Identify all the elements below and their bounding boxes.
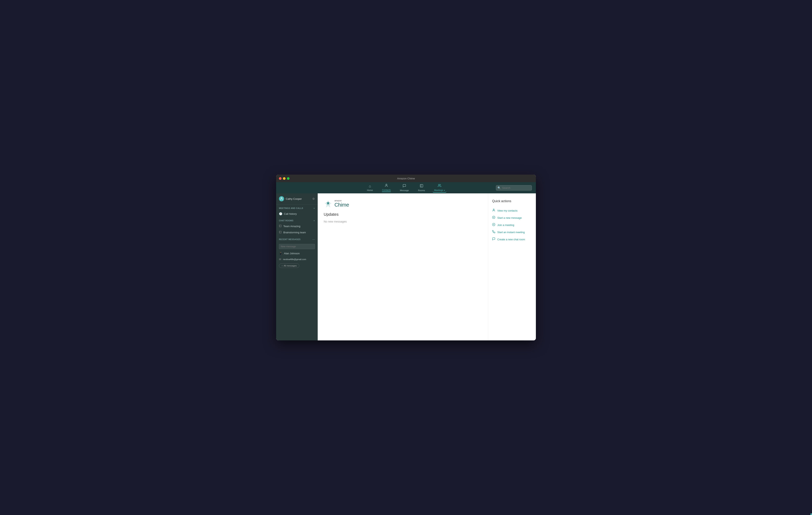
svg-point-0 (386, 184, 387, 185)
avatar (279, 196, 284, 201)
new-message-input[interactable] (279, 244, 315, 249)
nav-item-message[interactable]: Message (398, 183, 411, 192)
quick-action-start-instant[interactable]: Start an instant meeting (492, 229, 532, 236)
start-instant-icon (492, 230, 495, 234)
svg-point-3 (281, 198, 282, 199)
sidebar-item-alan-johnson[interactable]: 📱 Alan Johnson (276, 250, 318, 256)
recent-messages-icon[interactable]: ⋯ (312, 238, 315, 241)
join-meeting-label: Join a meeting (497, 223, 514, 226)
all-messages-button[interactable]: ○ All messages (279, 264, 299, 268)
close-button[interactable] (279, 177, 282, 180)
maximize-button[interactable] (287, 177, 290, 180)
chat-rooms-label: CHAT ROOMS (279, 219, 293, 222)
titlebar: Amazon Chime (276, 175, 536, 182)
call-history-label: Call history (284, 212, 297, 215)
message-icon (403, 184, 406, 189)
svg-rect-1 (420, 184, 423, 187)
brainstorming-icon (279, 231, 282, 234)
sidebar-item-nextiva[interactable]: ✉ nextiva4life@gmail.com (276, 256, 318, 262)
nextiva-label: nextiva4life@gmail.com (283, 258, 306, 261)
email-icon: ✉ (279, 258, 281, 261)
meetings-icon (438, 184, 441, 188)
sidebar: Cathy Cooper ⚙ MEETINGS AND CALLS + 🕐 Ca… (276, 193, 318, 340)
window-controls (279, 177, 290, 180)
nav-item-contacts[interactable]: Contacts (380, 183, 392, 193)
search-input[interactable] (496, 185, 532, 190)
chevron-down-icon: ▾ (443, 189, 445, 191)
create-chat-room-label: Create a new chat room (497, 238, 525, 241)
svg-rect-4 (279, 225, 282, 227)
recent-messages-section-header: RECENT MESSAGES ⋯ (276, 236, 318, 242)
quick-action-create-chat-room[interactable]: Create a new chat room (492, 236, 532, 243)
view-contacts-label: View my contacts (497, 209, 518, 212)
nav-item-meetings[interactable]: Meetings ▾ Join a meeting Start an insta… (433, 183, 446, 192)
quick-action-join-meeting[interactable]: Join a meeting (492, 221, 532, 229)
contacts-icon (385, 184, 388, 188)
all-messages-icon: ○ (282, 265, 283, 267)
chime-logo-icon (324, 200, 332, 208)
chime-text: Chime (335, 202, 349, 208)
nav-item-rooms[interactable]: Rooms (416, 183, 427, 192)
no-messages-text: No new messages (324, 220, 482, 223)
chat-rooms-section-header: CHAT ROOMS + (276, 217, 318, 223)
nav-rooms-label: Rooms (418, 189, 425, 191)
phone-icon: 📱 (279, 252, 282, 255)
amazon-text: amazon (335, 200, 349, 202)
meetings-calls-section-header: MEETINGS AND CALLS + (276, 204, 318, 211)
svg-rect-5 (279, 231, 282, 233)
brainstorming-team-label: Brainstorming team (283, 231, 306, 234)
sidebar-user: Cathy Cooper ⚙ (276, 193, 318, 204)
clock-icon: 🕐 (279, 212, 282, 215)
chat-rooms-add-icon[interactable]: + (313, 219, 315, 222)
team-amazing-icon (279, 224, 282, 228)
meetings-calls-label: MEETINGS AND CALLS (279, 207, 303, 209)
recent-messages-label: RECENT MESSAGES (279, 238, 300, 241)
chime-logo: amazon Chime (324, 200, 482, 208)
nav-home-label: Home (367, 189, 373, 191)
nav-item-home[interactable]: ⌂ Home (366, 183, 374, 192)
minimize-button[interactable] (283, 177, 286, 180)
settings-icon[interactable]: ⚙ (312, 197, 315, 200)
nav-contacts-label: Contacts (382, 189, 390, 192)
join-meeting-icon (492, 223, 495, 227)
start-message-label: Start a new message (497, 216, 522, 219)
main-content: amazon Chime Updates No new messages (318, 193, 488, 340)
home-icon: ⌂ (369, 184, 371, 188)
nav-meetings-label: Meetings ▾ (434, 189, 445, 191)
rooms-icon (420, 184, 424, 189)
svg-point-2 (439, 184, 440, 185)
start-message-icon (492, 216, 495, 220)
updates-title: Updates (324, 212, 482, 217)
chime-logo-text: amazon Chime (335, 200, 349, 208)
sidebar-item-call-history[interactable]: 🕐 Call history (276, 211, 318, 217)
meetings-calls-add-icon[interactable]: + (313, 207, 315, 210)
create-chat-icon (492, 237, 495, 241)
nav-search-area: 🔍 (496, 185, 532, 190)
window-title: Amazon Chime (397, 177, 415, 180)
all-messages-label: All messages (284, 265, 297, 267)
alan-johnson-label: Alan Johnson (284, 252, 300, 255)
quick-actions-panel: Quick actions View my contacts (488, 193, 536, 340)
app-window: Amazon Chime ⌂ Home Contacts (276, 175, 536, 340)
start-instant-label: Start an instant meeting (497, 231, 525, 234)
nav-message-label: Message (400, 189, 409, 191)
navbar: ⌂ Home Contacts Message (276, 182, 536, 193)
search-wrapper: 🔍 (496, 185, 532, 190)
main-layout: Cathy Cooper ⚙ MEETINGS AND CALLS + 🕐 Ca… (276, 193, 536, 340)
recent-messages-area: 📱 Alan Johnson ✉ nextiva4life@gmail.com … (276, 243, 318, 269)
user-name: Cathy Cooper (286, 198, 311, 200)
quick-action-view-contacts[interactable]: View my contacts (492, 207, 532, 214)
quick-action-start-message[interactable]: Start a new message (492, 214, 532, 221)
quick-actions-title: Quick actions (492, 200, 532, 203)
nav-items: ⌂ Home Contacts Message (366, 183, 446, 193)
sidebar-item-brainstorming-team[interactable]: Brainstorming team (276, 229, 318, 236)
svg-point-6 (493, 209, 494, 210)
sidebar-item-team-amazing[interactable]: Team Amazing (276, 223, 318, 229)
view-contacts-icon (492, 209, 495, 213)
team-amazing-label: Team Amazing (283, 225, 300, 228)
